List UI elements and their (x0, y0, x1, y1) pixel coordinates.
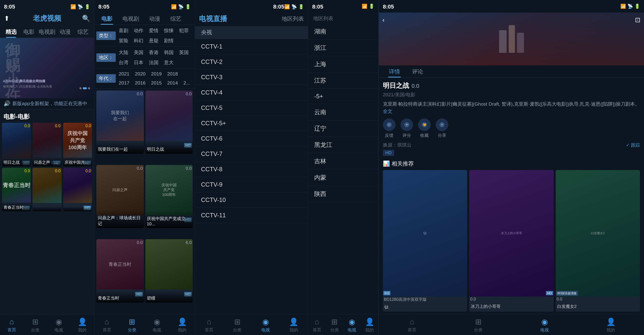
content-card-3[interactable]: 庆祝中国共产党100周年 0.0 HD 庆祝中国共产党成立10... (145, 165, 193, 228)
genre-adventure[interactable]: 冒险 (117, 36, 130, 45)
tab-dianshiju[interactable]: 电视剧 (38, 26, 56, 38)
rch-jiangsu[interactable]: 江苏 (308, 72, 378, 89)
action-share[interactable]: 分享 (436, 118, 448, 138)
genre-thriller[interactable]: 惊悚 (162, 26, 176, 35)
bnav3-tv[interactable]: ◉ 电视 (252, 314, 280, 335)
region-japan[interactable]: 日本 (132, 58, 145, 67)
bnav2-tv[interactable]: ◉ 电视 (145, 314, 170, 335)
tab2-anime[interactable]: 动漫 (144, 13, 165, 25)
bnav3b-mine[interactable]: 👤 我的 (361, 314, 378, 335)
channel-cctv8[interactable]: CCTV-8 (195, 162, 308, 177)
bnav4-mine[interactable]: 👤 我的 (578, 314, 644, 335)
rec-card-1[interactable]: 冰刀上的小哥哥 HD 0.0 冰刀上的小哥哥 (469, 170, 553, 312)
year-2018[interactable]: 2018 (165, 70, 180, 78)
tab-dongman[interactable]: 动漫 (56, 26, 74, 38)
detail-video-player[interactable]: ‹ ▶ ⊡ (379, 13, 644, 65)
back-icon[interactable]: ‹ (382, 16, 385, 24)
genre-romance[interactable]: 爱情 (147, 26, 160, 35)
rch-neimeng[interactable]: 内蒙 (308, 170, 378, 186)
bnav1-tv[interactable]: ◉ 电视 (47, 314, 71, 335)
rch-jilin[interactable]: 吉林 (308, 153, 378, 170)
search-icon[interactable]: 🔍 (82, 15, 90, 22)
channel-cctv11[interactable]: CCTV-11 (195, 208, 308, 223)
genre-comedy[interactable]: 喜剧 (117, 26, 130, 35)
channel-cctv4[interactable]: CCTV-4 (195, 85, 308, 100)
genre-drama[interactable]: 剧情 (162, 36, 176, 45)
cast-icon[interactable]: ⊡ (635, 16, 640, 24)
movie-card-2[interactable]: 庆祝中国共产党100周年 0.0 HD 庆祝中国共产党成立100... (63, 123, 92, 166)
channel-cctv9[interactable]: CCTV-9 (195, 177, 308, 192)
bnav4-tv[interactable]: ◉ 电视 (511, 314, 578, 335)
channel-cctv1[interactable]: CCTV-1 (195, 39, 308, 54)
rch-shanghai[interactable]: 上海 (308, 56, 378, 72)
channel-cctv5[interactable]: CCTV-5 (195, 100, 308, 116)
genre-scifi[interactable]: 科幻 (132, 36, 145, 45)
year-2020[interactable]: 2020 (133, 70, 147, 78)
bnav3-category[interactable]: ⊞ 分类 (223, 314, 251, 335)
bnav3-mine[interactable]: 👤 我的 (280, 314, 308, 335)
content-card-4[interactable]: 青春正当时 0.0 HD 青春正当时 (96, 239, 144, 302)
hero-banner[interactable]: 御赐小仵作 4月29日起 腾讯视频全网独播 每周四五六 20点更新2集 会员抢先… (0, 38, 94, 98)
movie-card-1[interactable]: 0.0 HD 问鼎之声：球场成长日记 (32, 123, 61, 166)
bnav2-category[interactable]: ⊞ 分类 (119, 314, 145, 335)
movie-card-5[interactable]: 0.0 HD (63, 168, 92, 211)
detail-more-link[interactable]: 全文 (383, 109, 392, 114)
bnav2-home[interactable]: ⌂ 首页 (94, 314, 119, 335)
bnav4-home[interactable]: ⌂ 首页 (379, 314, 445, 335)
action-rating[interactable]: 评分 (400, 118, 413, 138)
tab2-tv[interactable]: 电视剧 (117, 13, 144, 25)
download-icon[interactable]: ⬆ (4, 15, 10, 22)
region-usa[interactable]: 美国 (132, 48, 145, 57)
channel-cctv7[interactable]: CCTV-7 (195, 146, 308, 162)
tab-zongyi[interactable]: 综艺 (74, 26, 92, 38)
rch-heilongjiang[interactable]: 黑龙江 (308, 137, 378, 153)
bnav3b-category[interactable]: ⊞ 分类 (326, 314, 343, 335)
region-italy[interactable]: 意大 (162, 58, 176, 67)
bnav3b-home[interactable]: ⌂ 首页 (308, 314, 326, 335)
source-text[interactable]: 换源：琪琪云 (383, 142, 412, 148)
rch-hunan[interactable]: 湖南 (308, 23, 378, 40)
year-more[interactable]: 2... (181, 79, 192, 87)
rec-card-0[interactable]: 钛 0.0 BD1280高清中英双字版 钛 (383, 170, 467, 312)
bnav3-home[interactable]: ⌂ 首页 (195, 314, 223, 335)
rch-shaanxi[interactable]: 陕西 (308, 186, 378, 202)
tab-dianying[interactable]: 电影 (20, 26, 38, 38)
content-card-2[interactable]: 问鼎之声 0.0 问鼎之声：球场成长日记 (96, 165, 144, 228)
action-feedback[interactable]: 反馈 (383, 118, 395, 138)
region-france[interactable]: 法国 (147, 58, 160, 67)
rec-card-2[interactable]: 白发魔女2 BD国语超清版 0.0 白发魔女2 (556, 170, 640, 312)
bnav4-category[interactable]: ⊞ 分类 (445, 314, 512, 335)
tab-jingxuan[interactable]: 精选 (2, 26, 20, 38)
action-favorite[interactable]: 收藏 (418, 118, 431, 138)
channel-cctv10[interactable]: CCTV-10 (195, 192, 308, 208)
bnav1-home[interactable]: ⌂ 首页 (0, 314, 24, 335)
movie-card-0[interactable]: 0.0 HD 明日之战 (2, 123, 31, 166)
content-card-1[interactable]: 0.0 HD 明日之战 (145, 91, 193, 154)
year-2016[interactable]: 2016 (133, 79, 147, 87)
tracking-label[interactable]: ✓ 跟踪 (626, 142, 640, 148)
detail-tab-comment[interactable]: 评论 (406, 65, 429, 77)
rch-yunnan[interactable]: 云南 (308, 104, 378, 120)
channel-cctv2[interactable]: CCTV-2 (195, 54, 308, 70)
content-card-5[interactable]: 6.0 HD 碧瞳 (145, 239, 193, 302)
rch-cctv5plus2[interactable]: -5+ (308, 89, 378, 104)
year-2014[interactable]: 2014 (165, 79, 180, 87)
tab2-movie[interactable]: 电影 (96, 13, 117, 25)
content-card-0[interactable]: 我要我们在一起 0.0 我要我们在一起 (96, 91, 144, 154)
region-mainland[interactable]: 大陆 (117, 48, 130, 57)
region-hk[interactable]: 香港 (147, 48, 160, 57)
channel-cctv3[interactable]: CCTV-3 (195, 70, 308, 85)
rch-zhejiang[interactable]: 浙江 (308, 40, 378, 56)
genre-action[interactable]: 动作 (132, 26, 145, 35)
movie-card-4[interactable]: 0.0 (32, 168, 61, 211)
genre-crime[interactable]: 犯罪 (177, 26, 191, 35)
year-2017[interactable]: 2017 (117, 79, 131, 87)
year-2021[interactable]: 2021 (117, 70, 131, 78)
tab2-variety[interactable]: 综艺 (165, 13, 186, 25)
bnav2-mine[interactable]: 👤 我的 (170, 314, 195, 335)
channel-cctv5plus[interactable]: CCTV-5+ (195, 116, 308, 131)
region-korea[interactable]: 韩国 (162, 48, 176, 57)
genre-mystery[interactable]: 悬疑 (147, 36, 160, 45)
region-uk[interactable]: 英国 (177, 48, 191, 57)
bnav1-mine[interactable]: 👤 我的 (71, 314, 94, 335)
